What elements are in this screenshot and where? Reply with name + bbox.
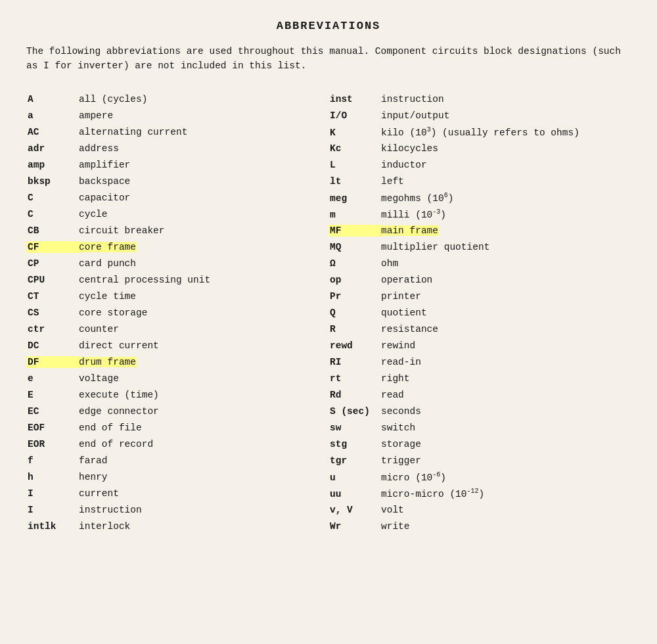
list-item: intlkinterlock [26, 520, 315, 535]
abbreviation-term: f [26, 455, 79, 467]
list-item: Ccycle [26, 208, 315, 223]
abbreviation-definition: inductor [381, 160, 427, 170]
abbreviation-term: CF [26, 241, 79, 253]
list-item: CPcard punch [26, 258, 315, 272]
abbreviation-term: ctr [26, 323, 79, 335]
abbreviation-definition: right [381, 373, 410, 384]
list-item: Rresistance [328, 323, 618, 338]
left-column: Aall (cycles)aampereACalternating curren… [26, 93, 328, 537]
abbreviation-term: m [328, 209, 381, 221]
list-item: mmilli (10-3) [328, 208, 618, 223]
abbreviation-term: R [328, 323, 381, 335]
abbreviation-definition: multiplier quotient [381, 242, 489, 252]
abbreviation-term: Pr [328, 290, 381, 302]
list-item: rewdrewind [328, 340, 618, 354]
list-item: uumicro-micro (10-12) [328, 488, 618, 502]
abbreviation-definition: read [381, 390, 404, 400]
abbreviation-definition: instruction [381, 94, 444, 104]
abbreviation-term: C [26, 208, 79, 220]
list-item: I/Oinput/output [328, 110, 618, 124]
list-item: Qquotient [328, 307, 618, 321]
abbreviation-term: u [328, 472, 381, 484]
list-item: Ccapacitor [26, 192, 315, 206]
abbreviation-term: a [26, 110, 79, 122]
abbreviation-term: op [328, 274, 381, 286]
abbreviation-definition: all (cycles) [79, 94, 147, 104]
abbreviation-definition: switch [381, 423, 415, 433]
abbreviation-term: sw [328, 422, 381, 434]
abbreviation-definition: execute (time) [79, 390, 159, 400]
abbreviation-definition: micro (10-6) [381, 471, 446, 483]
list-item: ltleft [328, 175, 618, 190]
intro-text: The following abbreviations are used thr… [26, 44, 631, 74]
abbreviation-term: meg [328, 193, 381, 204]
abbreviation-definition: edge connector [79, 406, 159, 417]
abbreviation-term: CS [26, 307, 79, 319]
list-item: stgstorage [328, 438, 618, 453]
abbreviation-definition: card punch [79, 258, 136, 269]
abbreviation-term: inst [328, 93, 381, 105]
list-item: Rdread [328, 389, 618, 403]
abbreviation-term: Rd [328, 389, 381, 401]
abbreviation-definition: interlock [79, 521, 130, 532]
abbreviation-term: Kc [328, 143, 381, 154]
list-item: CPUcentral processing unit [26, 274, 315, 288]
abbreviation-term: MF [328, 225, 381, 237]
list-item: ACalternating current [26, 126, 315, 141]
abbreviation-term: v, V [328, 504, 381, 516]
abbreviation-definition: printer [381, 291, 421, 302]
abbreviation-term: intlk [26, 520, 79, 532]
list-item: rtright [328, 373, 618, 387]
list-item: Linductor [328, 159, 618, 173]
abbreviation-term: CP [26, 258, 79, 269]
list-item: instinstruction [328, 93, 618, 108]
abbreviation-definition: core storage [79, 308, 147, 318]
abbreviation-definition: megohms (106) [381, 192, 453, 204]
abbreviation-definition: circuit breaker [79, 225, 165, 236]
abbreviation-term: lt [328, 175, 381, 187]
abbreviation-term: DC [26, 340, 79, 352]
abbreviation-definition: rewind [381, 340, 415, 351]
abbreviation-definition: operation [381, 275, 432, 285]
abbreviation-term: EOF [26, 422, 79, 434]
abbreviation-definition: trigger [381, 455, 421, 466]
abbreviation-term: Wr [328, 520, 381, 532]
list-item: CBcircuit breaker [26, 225, 315, 239]
abbreviation-definition: cycle time [79, 291, 136, 302]
list-item: Eexecute (time) [26, 389, 315, 403]
list-item: CTcycle time [26, 290, 315, 305]
abbreviation-term: e [26, 373, 79, 384]
list-item: swswitch [328, 422, 618, 436]
list-item: MQmultiplier quotient [328, 241, 618, 256]
list-item: Wrwrite [328, 520, 618, 535]
abbreviation-definition: kilo (103) (usually refers to ohms) [381, 126, 579, 138]
list-item: v, Vvolt [328, 504, 618, 518]
list-item: EORend of record [26, 438, 315, 453]
list-item: megmegohms (106) [328, 192, 618, 206]
abbreviation-definition: input/output [381, 110, 449, 121]
abbreviation-term: L [328, 159, 381, 171]
abbreviation-definition: ohm [381, 258, 398, 269]
list-item: tgrtrigger [328, 455, 618, 469]
abbreviation-definition: resistance [381, 324, 438, 334]
abbreviation-term: amp [26, 159, 79, 171]
abbreviation-term: I [26, 504, 79, 516]
abbreviation-definition: volt [381, 505, 404, 515]
abbreviation-term: RI [328, 356, 381, 368]
abbreviation-term: DF [26, 356, 79, 368]
abbreviation-definition: seconds [381, 406, 421, 417]
list-item: Kkilo (103) (usually refers to ohms) [328, 126, 618, 141]
abbreviation-definition: current [79, 488, 119, 499]
abbreviation-term: CB [26, 225, 79, 237]
list-item: EOFend of file [26, 422, 315, 436]
list-item: CFcore frame [26, 241, 315, 256]
abbreviation-term: MQ [328, 241, 381, 253]
abbreviation-term: AC [26, 126, 79, 138]
list-item: ctrcounter [26, 323, 315, 338]
abbreviation-definition: main frame [381, 225, 438, 236]
abbreviation-term: Ω [328, 258, 381, 269]
list-item: Prprinter [328, 290, 618, 305]
list-item: MFmain frame [328, 225, 618, 239]
abbreviation-definition: write [381, 521, 410, 532]
abbreviation-term: E [26, 389, 79, 401]
